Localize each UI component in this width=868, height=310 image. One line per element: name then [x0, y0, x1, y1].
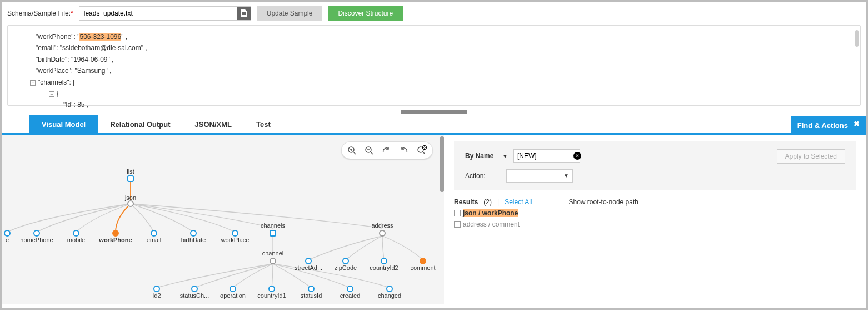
apply-to-selected-button[interactable]: Apply to Selected	[777, 149, 845, 164]
svg-text:email: email	[147, 237, 161, 243]
redo-icon[interactable]	[382, 146, 391, 155]
svg-point-48	[269, 286, 275, 292]
highlighted-value: 506-323-1096	[79, 33, 121, 41]
svg-point-34	[306, 258, 311, 264]
svg-text:list: list	[127, 168, 134, 175]
svg-text:statusId: statusId	[301, 292, 322, 299]
svg-text:mobile: mobile	[67, 237, 85, 243]
select-all-link[interactable]: Select All	[505, 198, 532, 206]
svg-line-1	[353, 152, 356, 154]
svg-point-13	[128, 201, 133, 206]
svg-text:zipCode: zipCode	[335, 264, 357, 271]
svg-text:channels: channels	[261, 222, 286, 229]
svg-text:streetAd...: streetAd...	[295, 264, 322, 271]
svg-line-8	[423, 152, 425, 154]
tab-json-xml[interactable]: JSON/XML	[183, 115, 244, 134]
by-name-dropdown[interactable]: By Name▼	[465, 152, 508, 160]
tab-bar: Visual Model Relational Output JSON/XML …	[2, 116, 866, 135]
svg-point-33	[270, 258, 276, 264]
svg-text:countryId1: countryId1	[257, 292, 286, 299]
result-checkbox[interactable]	[454, 210, 461, 216]
find-actions-panel: By Name▼ ✕ Action: ▼ Apply to Selected R…	[444, 135, 866, 304]
svg-text:statusCh...: statusCh...	[180, 292, 209, 299]
svg-point-22	[151, 230, 157, 236]
svg-point-31	[380, 230, 385, 236]
svg-point-16	[34, 230, 39, 236]
svg-text:Id2: Id2	[152, 292, 161, 299]
svg-text:address: address	[371, 222, 393, 229]
svg-point-46	[230, 286, 236, 292]
tab-relational-output[interactable]: Relational Output	[98, 115, 182, 134]
svg-point-26	[232, 230, 238, 236]
svg-text:workPlace: workPlace	[221, 237, 250, 243]
tab-test[interactable]: Test	[244, 115, 283, 134]
collapse-icon[interactable]: −	[30, 80, 36, 86]
svg-point-54	[387, 286, 392, 292]
svg-point-38	[381, 258, 387, 264]
result-item[interactable]: json / workPhone	[454, 209, 856, 217]
svg-point-14	[4, 230, 10, 236]
svg-text:homePhone: homePhone	[20, 237, 53, 243]
canvas-scrollbar[interactable]	[440, 136, 444, 192]
svg-point-20	[113, 230, 118, 236]
svg-point-44	[192, 286, 197, 292]
svg-point-42	[154, 286, 159, 292]
svg-rect-29	[270, 230, 276, 236]
svg-text:channel: channel	[262, 250, 284, 257]
zoom-in-icon[interactable]	[347, 146, 357, 155]
close-icon[interactable]: ✖	[854, 120, 860, 128]
svg-text:e: e	[6, 237, 9, 243]
find-actions-panel-header[interactable]: Find & Actions ✖	[791, 116, 866, 135]
svg-point-52	[347, 286, 353, 292]
svg-text:countryId2: countryId2	[370, 264, 398, 271]
search-clear-icon[interactable]	[416, 145, 427, 156]
tab-visual-model[interactable]: Visual Model	[29, 115, 98, 134]
svg-point-36	[343, 258, 348, 264]
zoom-out-icon[interactable]	[365, 146, 374, 155]
show-path-checkbox[interactable]	[555, 199, 561, 205]
discover-structure-button[interactable]: Discover Structure	[328, 6, 403, 21]
action-label: Action:	[465, 172, 501, 180]
svg-line-5	[371, 152, 373, 154]
results-label: Results	[454, 198, 478, 206]
file-input[interactable]	[79, 6, 251, 21]
collapse-icon[interactable]: −	[49, 91, 54, 97]
svg-text:birthDate: birthDate	[181, 237, 206, 243]
svg-rect-11	[128, 176, 133, 181]
undo-icon[interactable]	[399, 146, 408, 155]
sample-scrollbar[interactable]	[855, 30, 859, 47]
result-checkbox[interactable]	[454, 221, 461, 228]
svg-text:comment: comment	[410, 264, 435, 271]
results-count: (2)	[483, 198, 492, 206]
svg-point-18	[73, 230, 79, 236]
clear-icon[interactable]: ✕	[573, 152, 581, 160]
svg-text:changed: changed	[378, 292, 401, 299]
update-sample-button[interactable]: Update Sample	[257, 6, 323, 21]
svg-text:json: json	[124, 194, 136, 201]
sample-viewer: "workPhone": "506-323-1096" , "email": "…	[7, 25, 861, 106]
visual-model-canvas[interactable]: list json e homePhone mobile workPhone e…	[2, 135, 444, 304]
svg-point-24	[191, 230, 196, 236]
show-path-label: Show root-to-node path	[569, 198, 638, 206]
svg-text:created: created	[340, 292, 361, 299]
svg-text:workPhone: workPhone	[98, 237, 132, 243]
file-input-text[interactable]	[79, 9, 237, 17]
result-item[interactable]: address / comment	[454, 220, 856, 228]
svg-text:operation: operation	[220, 292, 246, 299]
schema-file-label: Schema/Sample File:*	[7, 9, 73, 17]
search-name-input[interactable]	[513, 149, 580, 163]
zoom-toolbar	[341, 141, 433, 159]
file-icon[interactable]	[237, 7, 251, 20]
svg-point-40	[420, 258, 426, 264]
action-select[interactable]: ▼	[506, 169, 573, 183]
svg-point-50	[308, 286, 314, 292]
